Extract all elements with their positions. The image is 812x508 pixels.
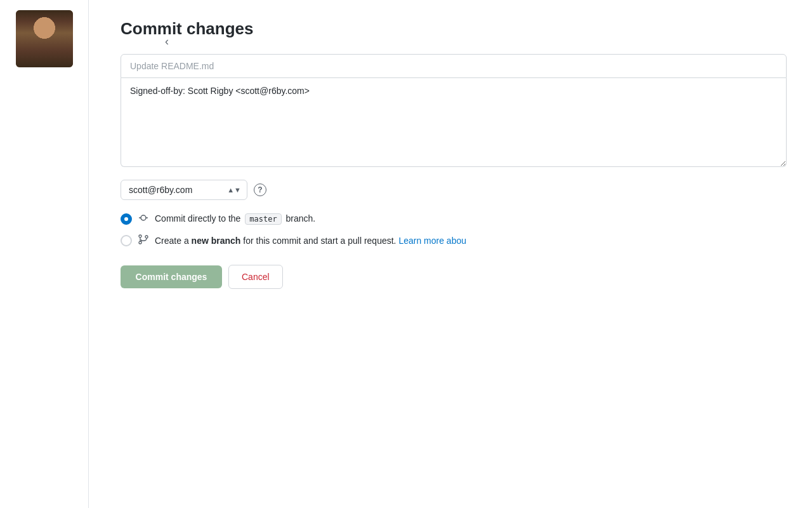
page-layout: ‹ Commit changes Signed-off-by: Scott Ri… [0, 0, 812, 508]
radio-new-branch[interactable] [121, 235, 132, 246]
main-content: Commit changes Signed-off-by: Scott Rigb… [89, 0, 812, 508]
avatar-image [16, 10, 73, 67]
master-badge: master [245, 213, 281, 225]
commit-description-textarea[interactable]: Signed-off-by: Scott Rigby <scott@r6by.c… [121, 78, 787, 167]
branch-options: Commit directly to the master branch. [121, 213, 787, 247]
email-select-wrapper: scott@r6by.com scott+github@r6by.com ▲▼ [121, 180, 247, 200]
commit-form: Signed-off-by: Scott Rigby <scott@r6by.c… [121, 54, 787, 289]
radio-direct[interactable] [121, 213, 132, 225]
help-icon[interactable]: ? [254, 184, 266, 196]
commit-icon [138, 213, 148, 225]
commit-message-input[interactable] [121, 54, 787, 78]
avatar [16, 10, 73, 67]
back-arrow-icon[interactable]: ‹ [165, 35, 169, 48]
commit-changes-button[interactable]: Commit changes [121, 265, 222, 288]
branch-option-direct[interactable]: Commit directly to the master branch. [121, 213, 787, 225]
author-row: scott@r6by.com scott+github@r6by.com ▲▼ … [121, 180, 787, 200]
branch-new-text: Create a new branch for this commit and … [155, 236, 466, 246]
branch-option-new-branch[interactable]: Create a new branch for this commit and … [121, 234, 787, 247]
action-buttons: Commit changes Cancel [121, 265, 787, 289]
svg-point-0 [141, 215, 146, 220]
cancel-button[interactable]: Cancel [228, 265, 283, 289]
branch-direct-text: Commit directly to the master branch. [155, 213, 315, 225]
learn-more-link[interactable]: Learn more abou [398, 236, 466, 246]
new-branch-bold: new branch [192, 236, 241, 246]
sidebar [0, 0, 89, 508]
svg-point-5 [145, 236, 148, 238]
pull-request-icon [138, 234, 148, 247]
svg-point-3 [139, 235, 141, 237]
email-select[interactable]: scott@r6by.com scott+github@r6by.com [121, 180, 247, 200]
page-title: Commit changes [121, 19, 787, 39]
